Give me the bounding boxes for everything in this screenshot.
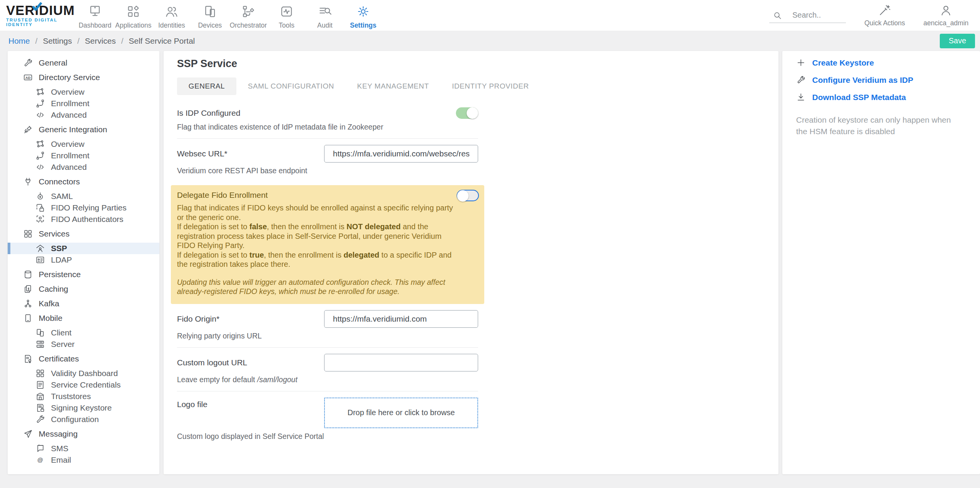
download-ssp-metadata-link[interactable]: Download SSP Metadata	[796, 92, 966, 102]
phone-icon	[23, 313, 33, 323]
breadcrumb-item-settings[interactable]: Settings	[43, 36, 72, 46]
sidebar-item-enrollment[interactable]: Enrollment	[8, 150, 159, 161]
sidebar-item-sms[interactable]: SMS	[8, 443, 159, 454]
sidebar-item-saml[interactable]: SAML	[8, 191, 159, 202]
sidebar-item-ssp[interactable]: SSP	[8, 243, 159, 254]
nav-item-applications[interactable]: Applications	[114, 1, 152, 30]
sidebar-item-overview[interactable]: Overview	[8, 138, 159, 150]
sidebar-item-directory-service[interactable]: ADDirectory Service	[8, 72, 159, 83]
header-right: Quick Actions aencica_admin	[769, 4, 980, 27]
tab-general[interactable]: GENERAL	[177, 77, 236, 95]
grid-icon	[35, 368, 45, 378]
sidebar-item-overview[interactable]: Overview	[8, 86, 159, 98]
delegate-fido-note: Updating this value will trigger an auto…	[177, 278, 461, 296]
nav-item-orchestrator[interactable]: Orchestrator	[229, 1, 267, 30]
user-menu[interactable]: aencica_admin	[923, 4, 969, 27]
sidebar-item-services[interactable]: Services	[8, 228, 159, 240]
id-card-icon	[35, 255, 45, 265]
nav-item-label: Dashboard	[79, 21, 111, 30]
delegate-fido-toggle[interactable]	[457, 190, 479, 201]
nav-item-tools[interactable]: Tools	[267, 1, 306, 30]
sidebar-item-label: Kafka	[39, 299, 59, 308]
grid-icon	[23, 229, 33, 239]
websec-url-input[interactable]	[324, 145, 478, 163]
sidebar-item-label: Email	[51, 455, 71, 465]
vault-icon	[35, 391, 45, 401]
tab-saml-configuration[interactable]: SAML CONFIGURATION	[236, 77, 346, 95]
sidebar-item-service-credentials[interactable]: Service Credentials	[8, 379, 159, 391]
sidebar-item-label: LDAP	[51, 255, 72, 265]
delegate-fido-panel: Delegate Fido Enrollment Flag that indic…	[171, 185, 484, 304]
nav-item-identities[interactable]: Identities	[152, 1, 191, 30]
logo-dropzone[interactable]: Drop file here or click to browse	[324, 398, 478, 428]
aside-link-label: Create Keystore	[812, 58, 874, 67]
search-input[interactable]	[792, 11, 846, 20]
nav-item-audit[interactable]: Audit	[306, 1, 344, 30]
save-button[interactable]: Save	[940, 34, 975, 48]
sidebar-item-truststores[interactable]: Truststores	[8, 391, 159, 402]
code-icon	[35, 110, 45, 120]
sidebar-item-advanced[interactable]: Advanced	[8, 161, 159, 173]
global-search[interactable]	[769, 8, 846, 23]
delegate-fido-description: Flag that indicates if FIDO keys should …	[177, 203, 461, 269]
toggle-knob	[467, 107, 478, 119]
sidebar-item-validity-dashboard[interactable]: Validity Dashboard	[8, 368, 159, 379]
websec-url-label: Websec URL*	[177, 149, 324, 158]
sidebar-item-configuration[interactable]: Configuration	[8, 414, 159, 425]
create-keystore-link[interactable]: Create Keystore	[796, 58, 966, 67]
custom-logout-input[interactable]	[324, 354, 478, 371]
sidebar-item-kafka[interactable]: Kafka	[8, 298, 159, 309]
breadcrumb-item-services[interactable]: Services	[85, 36, 116, 46]
sidebar-item-ldap[interactable]: LDAP	[8, 254, 159, 266]
sidebar-item-client[interactable]: Client	[8, 327, 159, 338]
keystore-note: Creation of keystore can only happen whe…	[796, 114, 961, 137]
sidebar-item-connectors[interactable]: Connectors	[8, 176, 159, 187]
sidebar-item-fido-authenticators[interactable]: FIDO Authenticators	[8, 214, 159, 225]
sidebar-item-label: SAML	[51, 192, 73, 201]
veridium-logo[interactable]: VERIDIUM TRUSTED DIGITAL IDENTITY	[0, 4, 73, 27]
orchestrator-icon	[241, 4, 256, 19]
nav-item-dashboard[interactable]: Dashboard	[76, 1, 114, 30]
sidebar-item-general[interactable]: General	[8, 57, 159, 69]
tab-identity-provider[interactable]: IDENTITY PROVIDER	[441, 77, 541, 95]
sidebar-item-fido-relying-parties[interactable]: FIDO Relying Parties	[8, 202, 159, 214]
ad-box-icon: AD	[23, 72, 33, 82]
gear-icon	[356, 4, 370, 19]
configure-veridium-as-idp-link[interactable]: Configure Veridium as IDP	[796, 75, 966, 85]
sidebar-item-label: Overview	[51, 87, 85, 97]
quick-actions-label: Quick Actions	[864, 19, 905, 27]
quick-actions-button[interactable]: Quick Actions	[864, 4, 905, 27]
nav-item-devices[interactable]: Devices	[191, 1, 229, 30]
is-idp-toggle[interactable]	[456, 107, 478, 119]
sidebar-item-mobile[interactable]: Mobile	[8, 312, 159, 324]
send-icon	[23, 429, 33, 439]
app-root: VERIDIUM TRUSTED DIGITAL IDENTITY Dashbo…	[0, 0, 980, 488]
ssp-general-form: Is IDP Configured Flag that indicates ex…	[177, 101, 478, 441]
nav-item-settings[interactable]: Settings	[344, 1, 382, 30]
check-icon	[32, 2, 42, 11]
doc-lock-icon	[35, 403, 45, 413]
custom-logout-description: Leave empty for default /saml/logout	[177, 375, 478, 384]
breadcrumb-separator: /	[77, 36, 80, 46]
sidebar-item-caching[interactable]: Caching	[8, 283, 159, 295]
tab-key-management[interactable]: KEY MANAGEMENT	[346, 77, 441, 95]
sidebar-item-server[interactable]: Server	[8, 338, 159, 350]
sidebar-item-messaging[interactable]: Messaging	[8, 428, 159, 440]
nodes-icon	[35, 87, 45, 97]
breadcrumb-item-home[interactable]: Home	[8, 36, 30, 46]
breadcrumb-item-self-service-portal[interactable]: Self Service Portal	[129, 36, 195, 46]
sidebar-list: GeneralADDirectory ServiceOverviewEnroll…	[8, 51, 159, 466]
sidebar-item-persistence[interactable]: Persistence	[8, 269, 159, 280]
nav-item-label: Devices	[198, 21, 222, 30]
sidebar-item-email[interactable]: @Email	[8, 454, 159, 466]
sidebar-item-label: Connectors	[39, 177, 80, 186]
sidebar-item-generic-integration[interactable]: Generic Integration	[8, 124, 159, 135]
user-icon	[939, 4, 952, 17]
sidebar-item-certificates[interactable]: Certificates	[8, 353, 159, 365]
sidebar-item-signing-keystore[interactable]: Signing Keystore	[8, 402, 159, 414]
sidebar-item-advanced[interactable]: Advanced	[8, 109, 159, 121]
at-icon: @	[35, 455, 45, 465]
fido-origin-input[interactable]	[324, 310, 478, 328]
sidebar-item-enrollment[interactable]: Enrollment	[8, 98, 159, 109]
database-icon	[23, 269, 33, 279]
